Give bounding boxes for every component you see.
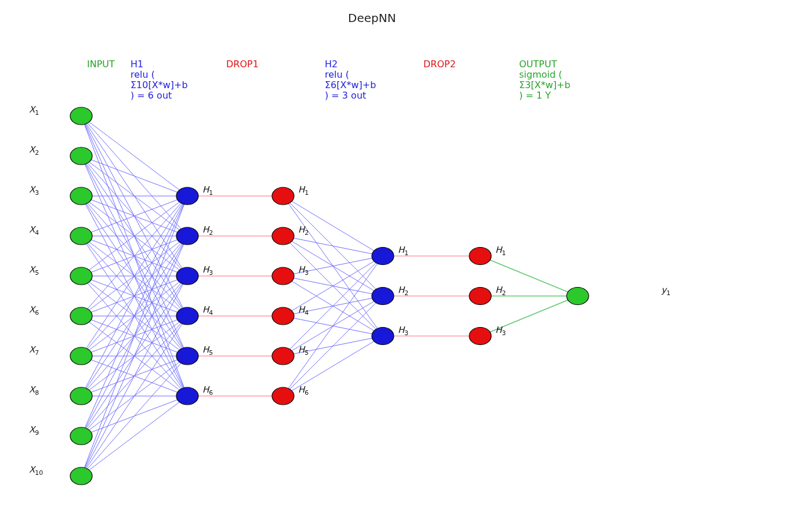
header-input: INPUT [87,59,115,70]
h1-label-5: H5 [202,344,213,357]
drop1-node-6 [272,387,294,405]
edge-drop1-h2 [283,236,383,256]
h2-label-2: H2 [398,285,408,297]
header-drop2: DROP2 [423,59,456,70]
output-node-1 [567,288,589,305]
layer-headers: INPUTH1relu (Σ10[X*w]+b) = 6 outDROP1H2r… [87,59,570,101]
drop1-node-4 [272,307,294,325]
h2-label-3: H3 [398,325,408,337]
h2-label-1: H1 [398,245,408,257]
edge-input-h1 [81,356,187,476]
h1-node-4 [176,307,198,325]
input-node-4 [70,227,92,245]
drop1-label-2: H2 [298,224,309,237]
edge-input-h1 [81,156,187,196]
input-node-10 [70,467,92,485]
input-label-1: X1 [29,104,39,117]
drop1-label-3: H3 [298,264,309,277]
h1-node-5 [176,347,198,365]
header-output: OUTPUTsigmoid (Σ3[X*w]+b) = 1 Y [519,59,570,101]
input-label-5: X5 [29,264,39,277]
drop1-node-5 [272,347,294,365]
drop1-label-4: H4 [298,304,309,317]
input-node-3 [70,187,92,205]
h1-label-3: H3 [202,264,213,277]
drop2-node-2 [469,288,491,305]
input-label-6: X6 [29,304,39,317]
input-label-10: X10 [29,464,43,477]
h1-node-1 [176,187,198,205]
drop2-node-1 [469,248,491,265]
h2-node-1 [372,248,394,265]
drop2-label-2: H2 [495,285,506,297]
input-node-5 [70,267,92,285]
input-label-3: X3 [29,184,39,197]
h1-node-2 [176,227,198,245]
drop1-node-3 [272,267,294,285]
edge-input-h1 [81,116,187,196]
input-label-4: X4 [29,224,39,237]
input-node-2 [70,147,92,165]
h1-label-2: H2 [202,224,213,237]
h2-node-2 [372,288,394,305]
edge-input-h1 [81,396,187,476]
input-label-9: X9 [29,424,39,437]
input-node-6 [70,307,92,325]
drop1-node-1 [272,187,294,205]
output-label-1: y1 [661,285,670,297]
edge-input-h1 [81,276,187,476]
header-drop1: DROP1 [226,59,259,70]
input-label-8: X8 [29,384,39,397]
drop2-label-1: H1 [495,245,506,257]
input-node-8 [70,387,92,405]
drop1-label-1: H1 [298,184,309,197]
input-node-9 [70,427,92,445]
header-h2: H2relu (Σ6[X*w]+b) = 3 out [325,59,376,101]
drop1-label-5: H5 [298,344,309,357]
diagram-title: DeepNN [348,11,396,25]
h1-label-4: H4 [202,304,213,317]
nn-diagram: DeepNN INPUTH1relu (Σ10[X*w]+b) = 6 outD… [0,0,812,523]
edge-drop1-h2 [283,256,383,397]
h1-label-1: H1 [202,184,213,197]
edge-input-h1 [81,196,187,476]
input-node-7 [70,347,92,365]
h2-node-3 [372,328,394,345]
h1-node-3 [176,267,198,285]
drop2-node-3 [469,328,491,345]
h1-label-6: H6 [202,384,213,397]
header-h1: H1relu (Σ10[X*w]+b) = 6 out [130,59,188,101]
drop1-label-6: H6 [298,384,309,397]
input-node-1 [70,107,92,125]
drop1-node-2 [272,227,294,245]
input-label-7: X7 [29,344,39,357]
h1-node-6 [176,387,198,405]
input-label-2: X2 [29,144,39,157]
